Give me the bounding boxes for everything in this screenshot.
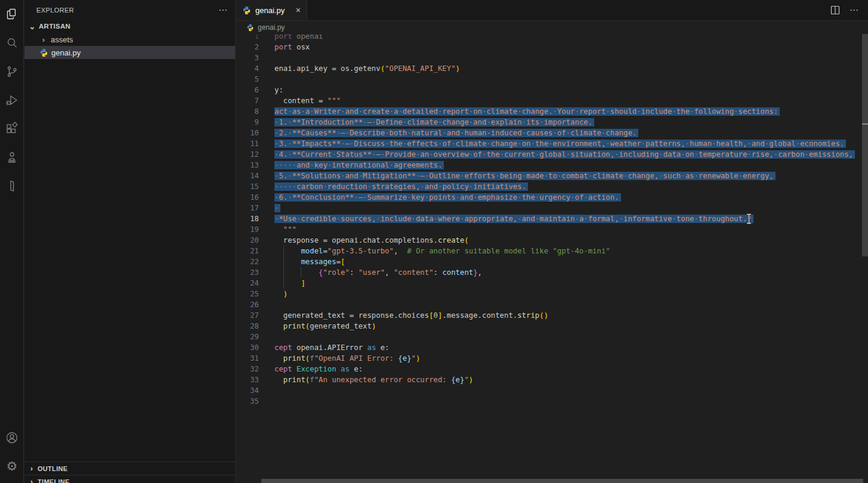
line-number: 20 bbox=[236, 235, 259, 246]
code-line[interactable]: 7 content = """ bbox=[236, 95, 868, 106]
line-number: 28 bbox=[236, 321, 259, 332]
line-number: 13 bbox=[236, 160, 259, 171]
line-number: 2 bbox=[236, 42, 259, 52]
code-line[interactable]: 16·6.·**Conclusion**·—·Summarize·key·poi… bbox=[236, 192, 868, 203]
breadcrumb-file: genai.py bbox=[258, 23, 285, 32]
line-number: 3 bbox=[236, 52, 259, 63]
code-line[interactable]: 20 response = openai.chat.completions.cr… bbox=[236, 235, 868, 246]
line-number: 17 bbox=[236, 203, 259, 213]
breadcrumb[interactable]: genai.py bbox=[236, 21, 868, 34]
code-line[interactable]: 9·1.·**Introduction**·—·Define·climate·c… bbox=[236, 117, 868, 128]
run-debug-icon[interactable] bbox=[0, 86, 24, 114]
line-number: 21 bbox=[236, 246, 259, 256]
code-editor[interactable]: 1port openai2port osx34enai.api_key = os… bbox=[236, 35, 868, 483]
line-number: 4 bbox=[236, 63, 259, 74]
chevron-down-icon: ⌄ bbox=[28, 22, 36, 31]
line-number: 23 bbox=[236, 267, 259, 278]
line-number: 34 bbox=[236, 385, 259, 396]
line-number: 7 bbox=[236, 95, 259, 106]
panel-label: OUTLINE bbox=[38, 465, 67, 472]
chevron-right-icon: › bbox=[27, 464, 36, 473]
code-line[interactable]: 19 """ bbox=[236, 224, 868, 235]
horizontal-scrollbar[interactable] bbox=[261, 479, 863, 483]
line-number: 31 bbox=[236, 353, 259, 364]
file-label: genai.py bbox=[51, 48, 81, 57]
code-line[interactable]: 13·····and·key·international·agreements. bbox=[236, 160, 868, 171]
search-icon[interactable] bbox=[0, 29, 24, 57]
folder-label: assets bbox=[51, 35, 73, 44]
code-line[interactable]: 2port osx bbox=[236, 42, 868, 52]
code-line[interactable]: 28 print(generated_text) bbox=[236, 321, 868, 332]
code-line[interactable]: 12·4.·**Current·Status**·—·Provide·an·ov… bbox=[236, 149, 868, 160]
code-line[interactable]: 29 bbox=[236, 332, 868, 342]
code-line[interactable]: 17· bbox=[236, 203, 868, 213]
line-number: 6 bbox=[236, 85, 259, 95]
line-number: 27 bbox=[236, 310, 259, 321]
code-line[interactable]: 5 bbox=[236, 74, 868, 85]
editor-more-actions-icon[interactable]: ⋯ bbox=[850, 5, 859, 16]
code-line[interactable]: 10·2.·**Causes**·—·Describe·both·natural… bbox=[236, 128, 868, 138]
ibeam-mouse-cursor bbox=[746, 213, 752, 227]
line-number: 11 bbox=[236, 138, 259, 149]
source-control-icon[interactable] bbox=[0, 57, 24, 86]
code-line[interactable]: 26 bbox=[236, 299, 868, 310]
code-line[interactable]: 34 bbox=[236, 385, 868, 396]
code-line[interactable]: 25 ) bbox=[236, 289, 868, 299]
chevron-right-icon: › bbox=[39, 35, 48, 44]
code-line[interactable]: 22 messages=[ bbox=[236, 256, 868, 267]
code-line[interactable]: 30cept openai.APIError as e: bbox=[236, 342, 868, 353]
code-line[interactable]: 14·5.·**Solutions·and·Mitigation**·—·Out… bbox=[236, 171, 868, 181]
code-line[interactable]: 15·····carbon·reduction·strategies,·and·… bbox=[236, 181, 868, 192]
line-number: 33 bbox=[236, 374, 259, 385]
book-icon[interactable] bbox=[0, 172, 24, 200]
code-line[interactable]: 32cept Exception as e: bbox=[236, 364, 868, 374]
code-line[interactable]: 11·3.·**Impacts**·—·Discuss·the·effects·… bbox=[236, 138, 868, 149]
root-folder-label: ARTISAN bbox=[39, 23, 70, 30]
code-line[interactable]: 35 bbox=[236, 396, 868, 407]
vertical-scrollbar[interactable] bbox=[862, 34, 868, 256]
code-line[interactable]: 6y: bbox=[236, 85, 868, 95]
code-line[interactable]: 3 bbox=[236, 52, 868, 63]
code-line[interactable]: 33 print(f"An unexpected error occurred:… bbox=[236, 374, 868, 385]
python-file-icon bbox=[246, 24, 254, 32]
vscode-window: ⚙ EXPLORER ⋯ ⌄ ARTISAN › assets genai.py… bbox=[0, 0, 868, 483]
activity-bar-bottom: ⚙ bbox=[0, 423, 24, 481]
line-number: 9 bbox=[236, 117, 259, 128]
activity-bar: ⚙ bbox=[0, 0, 24, 483]
line-number: 15 bbox=[236, 181, 259, 192]
code-line[interactable]: 27 generated_text = response.choices[0].… bbox=[236, 310, 868, 321]
settings-gear-icon[interactable]: ⚙ bbox=[0, 452, 24, 481]
explorer-icon[interactable] bbox=[0, 0, 24, 29]
split-editor-icon[interactable] bbox=[830, 5, 840, 15]
tab-label: genai.py bbox=[255, 6, 285, 15]
line-number: 35 bbox=[236, 396, 259, 407]
extensions-icon[interactable] bbox=[0, 114, 24, 143]
sidebar-item-assets[interactable]: › assets bbox=[24, 33, 235, 46]
account-icon[interactable] bbox=[0, 423, 24, 452]
code-line[interactable]: 23 {"role": "user", "content": content}, bbox=[236, 267, 868, 278]
code-line[interactable]: 1port openai bbox=[236, 35, 868, 42]
code-line[interactable]: 8act·as·a·Writer·and·create·a·detailed·r… bbox=[236, 106, 868, 117]
line-number: 24 bbox=[236, 278, 259, 289]
tab-bar: genai.py × ⋯ bbox=[236, 0, 868, 21]
editor-group: genai.py × ⋯ genai.py 1port openai2port … bbox=[236, 0, 868, 483]
code-line[interactable]: 21 model="gpt-3.5-turbo", # Or another s… bbox=[236, 246, 868, 256]
explorer-sidebar: EXPLORER ⋯ ⌄ ARTISAN › assets genai.py ›… bbox=[24, 0, 236, 483]
code-line[interactable]: 24 ] bbox=[236, 278, 868, 289]
outline-panel-header[interactable]: › OUTLINE bbox=[24, 462, 235, 475]
python-file-icon bbox=[39, 48, 48, 57]
code-line[interactable]: 18·*Use·credible·sources,·include·data·w… bbox=[236, 213, 868, 224]
sidebar-item-genai-py[interactable]: genai.py bbox=[24, 46, 235, 59]
code-line[interactable]: 31 print(f"OpenAI API Error: {e}") bbox=[236, 353, 868, 364]
code-lines: 1port openai2port osx34enai.api_key = os… bbox=[236, 35, 868, 407]
line-number: 8 bbox=[236, 106, 259, 117]
tree-root-artisan[interactable]: ⌄ ARTISAN bbox=[24, 20, 235, 33]
sidebar-more-actions-icon[interactable]: ⋯ bbox=[218, 5, 228, 16]
line-number: 16 bbox=[236, 192, 259, 203]
profile-person-icon[interactable] bbox=[0, 143, 24, 172]
tab-close-icon[interactable]: × bbox=[296, 5, 301, 15]
code-line[interactable]: 4enai.api_key = os.getenv("OPENAI_API_KE… bbox=[236, 63, 868, 74]
tab-genai-py[interactable]: genai.py × bbox=[236, 0, 307, 20]
timeline-panel-header[interactable]: › TIMELINE bbox=[24, 475, 235, 483]
sidebar-header: EXPLORER ⋯ bbox=[24, 0, 235, 20]
